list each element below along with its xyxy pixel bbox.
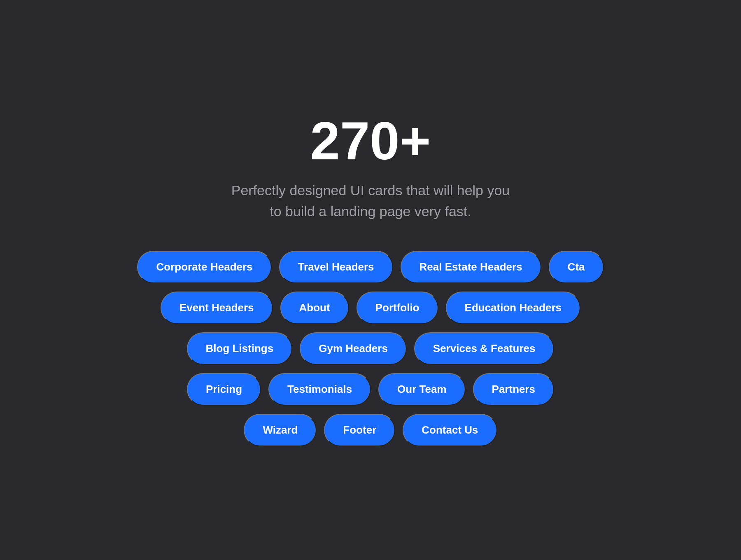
tag-real-estate-headers[interactable]: Real Estate Headers — [401, 251, 541, 283]
tag-partners[interactable]: Partners — [473, 373, 555, 406]
tags-row-row3: Blog ListingsGym HeadersServices & Featu… — [187, 332, 555, 365]
tag-blog-listings[interactable]: Blog Listings — [187, 332, 293, 365]
tag-pricing[interactable]: Pricing — [187, 373, 261, 406]
tags-row-row1: Corporate HeadersTravel HeadersReal Esta… — [137, 251, 604, 283]
tag-footer[interactable]: Footer — [324, 414, 395, 446]
tag-wizard[interactable]: Wizard — [244, 414, 317, 446]
main-container: 270+ Perfectly designed UI cards that wi… — [0, 81, 741, 479]
tag-about[interactable]: About — [280, 292, 349, 324]
tag-portfolio[interactable]: Portfolio — [357, 292, 438, 324]
tag-gym-headers[interactable]: Gym Headers — [300, 332, 407, 365]
hero-subtitle: Perfectly designed UI cards that will he… — [8, 180, 733, 222]
tag-testimonials[interactable]: Testimonials — [268, 373, 371, 406]
tag-contact-us[interactable]: Contact Us — [403, 414, 497, 446]
tags-row-row4: PricingTestimonialsOur TeamPartners — [187, 373, 554, 406]
tag-travel-headers[interactable]: Travel Headers — [279, 251, 393, 283]
tag-cta[interactable]: Cta — [549, 251, 604, 283]
tag-our-team[interactable]: Our Team — [378, 373, 465, 406]
tags-row-row2: Event HeadersAboutPortfolioEducation Hea… — [161, 292, 580, 324]
tags-wrapper: Corporate HeadersTravel HeadersReal Esta… — [8, 251, 733, 446]
hero-number: 270+ — [8, 114, 733, 168]
tag-services-features[interactable]: Services & Features — [414, 332, 555, 365]
tag-education-headers[interactable]: Education Headers — [446, 292, 581, 324]
tag-corporate-headers[interactable]: Corporate Headers — [137, 251, 271, 283]
tags-row-row5: WizardFooterContact Us — [244, 414, 497, 446]
tag-event-headers[interactable]: Event Headers — [161, 292, 273, 324]
